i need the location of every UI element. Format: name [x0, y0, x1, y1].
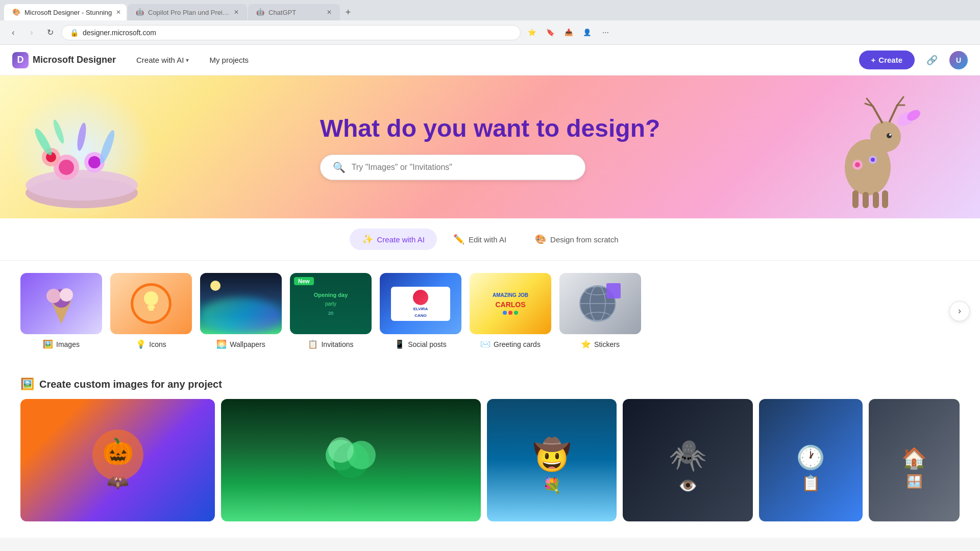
- svg-rect-39: [148, 306, 155, 309]
- filter-design-from-scratch[interactable]: 🎨 Design from scratch: [523, 229, 630, 250]
- tab-close-3[interactable]: ✕: [327, 9, 332, 16]
- svg-point-3: [59, 160, 74, 175]
- category-invitations[interactable]: Opening day party 20 New 📋 Invitations: [290, 273, 372, 349]
- bookmark-list-button[interactable]: 🔖: [543, 26, 557, 40]
- svg-point-53: [328, 437, 354, 463]
- nav-create-ai-chevron: ▾: [186, 57, 189, 64]
- tab-bar: 🎨 Microsoft Designer - Stunning ✕ 🤖 Copi…: [0, 0, 980, 20]
- hero-title: What do you want to design?: [320, 114, 660, 142]
- user-avatar[interactable]: U: [949, 51, 968, 69]
- search-icon: 🔍: [333, 161, 346, 173]
- category-wallpapers-label: 🌅 Wallpapers: [216, 339, 265, 349]
- app-logo[interactable]: D Microsoft Designer: [12, 52, 116, 68]
- address-bar[interactable]: 🔒 designer.microsoft.com: [61, 25, 521, 40]
- filter-design-label: Design from scratch: [550, 235, 618, 244]
- image-grid: 🎃 🦇 🤠 💐: [20, 399, 960, 521]
- category-images-label: 🖼️ Images: [43, 339, 80, 349]
- svg-point-13: [870, 121, 901, 152]
- filter-design-icon: 🎨: [535, 234, 546, 245]
- svg-rect-20: [852, 190, 859, 208]
- forward-button[interactable]: ›: [24, 26, 39, 40]
- new-tab-button[interactable]: +: [341, 5, 355, 19]
- svg-point-29: [871, 158, 875, 162]
- category-icons[interactable]: 💡 Icons: [110, 273, 192, 349]
- category-social-posts[interactable]: ELVIRA CANO 📱 Social posts: [380, 273, 461, 349]
- nav-my-projects-label: My projects: [209, 56, 249, 64]
- share-button[interactable]: 🔗: [923, 51, 941, 69]
- content-area: 🖼️ Images 💡: [0, 261, 980, 378]
- custom-image-1[interactable]: 🎃 🦇: [20, 399, 215, 521]
- svg-point-25: [889, 134, 891, 136]
- category-social-thumb: ELVIRA CANO: [380, 273, 461, 334]
- tab-microsoft-designer[interactable]: 🎨 Microsoft Designer - Stunning ✕: [4, 4, 127, 20]
- custom-image-2[interactable]: [221, 399, 481, 521]
- social-icon: 📱: [395, 339, 405, 349]
- nav-create-with-ai[interactable]: Create with AI ▾: [132, 54, 193, 66]
- stickers-icon: ⭐: [581, 339, 591, 349]
- category-wallpapers[interactable]: 🌅 Wallpapers: [200, 273, 282, 349]
- category-greeting-label: ✉️ Greeting cards: [480, 339, 541, 349]
- svg-point-5: [88, 156, 101, 168]
- svg-text:🕐: 🕐: [796, 444, 825, 471]
- hero-search-bar[interactable]: 🔍: [320, 155, 585, 180]
- reload-button[interactable]: ↻: [43, 26, 57, 40]
- tab-chatgpt[interactable]: 🤖 ChatGPT ✕: [248, 4, 340, 20]
- filter-edit-with-ai[interactable]: ✏️ Edit with AI: [441, 229, 519, 250]
- custom-image-5[interactable]: 🕐 📋: [759, 399, 863, 521]
- svg-line-14: [873, 106, 882, 122]
- svg-point-38: [144, 291, 158, 306]
- profile-button[interactable]: 👤: [580, 26, 594, 40]
- section-header-icon: 🖼️: [20, 378, 34, 391]
- svg-line-17: [890, 105, 897, 121]
- nav-create-ai-label: Create with AI: [136, 56, 184, 64]
- svg-rect-23: [882, 190, 888, 208]
- svg-text:🪟: 🪟: [906, 473, 922, 489]
- category-greeting-cards[interactable]: AMAZING JOB CARLOS ✉️ Greeting cards: [470, 273, 551, 349]
- back-button[interactable]: ‹: [6, 26, 20, 40]
- greeting-icon: ✉️: [480, 339, 491, 349]
- icons-icon: 💡: [136, 339, 146, 349]
- header-actions: + Create 🔗 U: [859, 51, 968, 69]
- custom-image-3[interactable]: 🤠 💐: [487, 399, 617, 521]
- hero-right-decoration: [806, 86, 939, 218]
- flower-arrangement: [10, 86, 153, 218]
- filter-section: ✨ Create with AI ✏️ Edit with AI 🎨 Desig…: [0, 218, 980, 261]
- category-stickers[interactable]: ⭐ Stickers: [559, 273, 641, 349]
- filter-create-ai-label: Create with AI: [377, 235, 425, 244]
- tab-label-1: Microsoft Designer - Stunning: [24, 9, 112, 16]
- tab-label-3: ChatGPT: [268, 9, 296, 16]
- svg-text:🕷️: 🕷️: [669, 437, 707, 473]
- svg-text:🎃: 🎃: [102, 436, 134, 467]
- create-button[interactable]: + Create: [859, 51, 915, 69]
- custom-image-6[interactable]: 🏠 🪟: [869, 399, 960, 521]
- browser-chrome: 🎨 Microsoft Designer - Stunning ✕ 🤖 Copi…: [0, 0, 980, 45]
- create-button-icon: +: [871, 56, 876, 64]
- nav-menu: Create with AI ▾ My projects: [132, 54, 253, 66]
- settings-button[interactable]: ⋯: [598, 26, 612, 40]
- tab-close-1[interactable]: ✕: [116, 9, 121, 16]
- download-button[interactable]: 📥: [561, 26, 576, 40]
- tab-label-2: Copilot Pro Plan und Preise – F...: [148, 9, 230, 16]
- category-icons-label: 💡 Icons: [136, 339, 166, 349]
- svg-point-35: [60, 288, 73, 302]
- category-icons-thumb: [110, 273, 192, 334]
- svg-text:🏠: 🏠: [901, 446, 927, 470]
- custom-image-4[interactable]: 🕷️ 👁️: [623, 399, 752, 521]
- filter-edit-ai-label: Edit with AI: [469, 235, 506, 244]
- svg-text:💐: 💐: [543, 477, 562, 495]
- svg-point-1: [26, 170, 138, 201]
- category-invitations-label: 📋 Invitations: [308, 339, 353, 349]
- tab-close-2[interactable]: ✕: [234, 9, 239, 16]
- search-input[interactable]: [352, 163, 573, 172]
- bookmark-button[interactable]: ⭐: [525, 26, 539, 40]
- filter-create-with-ai[interactable]: ✨ Create with AI: [350, 229, 437, 250]
- category-images[interactable]: 🖼️ Images: [20, 273, 102, 349]
- svg-rect-40: [149, 309, 154, 311]
- tab-favicon-2: 🤖: [136, 8, 144, 16]
- svg-point-34: [46, 289, 61, 303]
- hero-content: What do you want to design? 🔍: [320, 114, 660, 180]
- filter-edit-ai-icon: ✏️: [453, 234, 464, 245]
- tab-copilot[interactable]: 🤖 Copilot Pro Plan und Preise – F... ✕: [128, 4, 247, 20]
- nav-my-projects[interactable]: My projects: [205, 54, 253, 66]
- carousel-next-button[interactable]: ›: [949, 301, 970, 321]
